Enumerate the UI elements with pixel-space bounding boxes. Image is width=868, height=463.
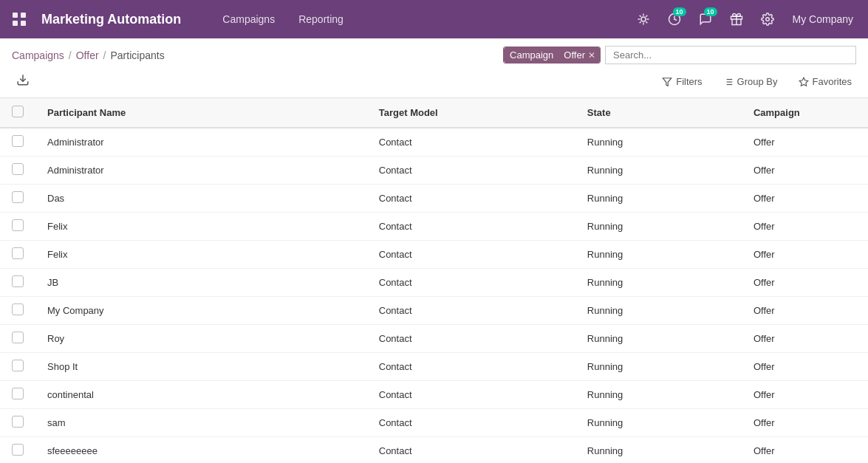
nav-reporting[interactable]: Reporting	[287, 7, 355, 31]
row-checkbox-cell	[0, 213, 35, 241]
cell-state: Running	[575, 409, 742, 437]
nav-campaigns[interactable]: Campaigns	[211, 7, 287, 31]
row-checkbox[interactable]	[12, 191, 24, 203]
svg-rect-0	[13, 13, 18, 18]
breadcrumb-sep-1: /	[69, 49, 72, 61]
grid-menu-icon[interactable]	[9, 9, 30, 30]
cell-state: Running	[575, 241, 742, 269]
cell-participant-name: continental	[35, 381, 367, 409]
row-checkbox[interactable]	[12, 219, 24, 231]
top-nav: Campaigns Reporting	[211, 7, 355, 31]
breadcrumb-participants: Participants	[110, 49, 164, 61]
search-input[interactable]	[605, 46, 856, 64]
row-checkbox[interactable]	[12, 303, 24, 315]
header-state[interactable]: State	[575, 98, 742, 128]
row-checkbox[interactable]	[12, 360, 24, 371]
cell-participant-name: Administrator	[35, 128, 367, 157]
cell-participant-name: Felix	[35, 241, 367, 269]
cell-state: Running	[575, 437, 742, 464]
chat-badge: 10	[704, 7, 717, 16]
row-checkbox-cell	[0, 128, 35, 157]
cell-state: Running	[575, 157, 742, 185]
cell-campaign: Offer	[742, 353, 868, 381]
table-row: Administrator Contact Running Offer	[0, 128, 868, 157]
row-checkbox[interactable]	[12, 416, 24, 428]
cell-target-model: Contact	[367, 437, 575, 464]
cell-campaign: Offer	[742, 409, 868, 437]
row-checkbox[interactable]	[12, 332, 24, 343]
chat-icon-button[interactable]: 10	[694, 7, 717, 31]
bug-icon-button[interactable]	[632, 7, 655, 31]
cell-participant-name: sfeeeeeeee	[35, 437, 367, 464]
search-tag-close-icon[interactable]: ✕	[588, 50, 595, 61]
cell-target-model: Contact	[367, 157, 575, 185]
table-row: JB Contact Running Offer	[0, 269, 868, 297]
cell-campaign: Offer	[742, 157, 868, 185]
toolbar-right: Filters Group By Favorites	[657, 73, 856, 90]
row-checkbox-cell	[0, 297, 35, 325]
cell-participant-name: JB	[35, 269, 367, 297]
topbar-icons: 10 10 My Company	[632, 7, 859, 31]
company-name[interactable]: My Company	[787, 13, 859, 25]
row-checkbox[interactable]	[12, 444, 24, 456]
participants-table: Participant Name Target Model State Camp…	[0, 98, 868, 463]
svg-rect-1	[21, 13, 26, 18]
cell-campaign: Offer	[742, 437, 868, 464]
cell-campaign: Offer	[742, 325, 868, 353]
favorites-label: Favorites	[813, 76, 852, 87]
row-checkbox[interactable]	[12, 388, 24, 399]
svg-rect-3	[21, 21, 26, 26]
cell-target-model: Contact	[367, 128, 575, 157]
cell-state: Running	[575, 325, 742, 353]
table-row: sam Contact Running Offer	[0, 409, 868, 437]
breadcrumb-offer[interactable]: Offer	[76, 49, 99, 61]
header-target-model[interactable]: Target Model	[367, 98, 575, 128]
app-title: Marketing Automation	[41, 12, 181, 27]
header-checkbox-cell	[0, 98, 35, 128]
cell-target-model: Contact	[367, 297, 575, 325]
row-checkbox[interactable]	[12, 163, 24, 175]
search-tag-offer: Offer ✕	[559, 47, 600, 63]
cell-participant-name: Shop It	[35, 353, 367, 381]
groupby-button[interactable]: Group By	[719, 73, 782, 90]
row-checkbox[interactable]	[12, 247, 24, 259]
topbar: Marketing Automation Campaigns Reporting…	[0, 0, 868, 38]
row-checkbox[interactable]	[12, 135, 24, 147]
cell-target-model: Contact	[367, 353, 575, 381]
gift-icon-button[interactable]	[725, 7, 748, 31]
row-checkbox-cell	[0, 409, 35, 437]
header-campaign[interactable]: Campaign	[742, 98, 868, 128]
toolbar-left	[12, 72, 34, 92]
cell-state: Running	[575, 353, 742, 381]
header-participant-name[interactable]: Participant Name	[35, 98, 367, 128]
search-tag-wrapper: Campaign Offer ✕	[503, 47, 601, 64]
cell-state: Running	[575, 297, 742, 325]
cell-target-model: Contact	[367, 409, 575, 437]
svg-point-8	[765, 18, 769, 21]
download-button[interactable]	[12, 72, 34, 92]
cell-target-model: Contact	[367, 241, 575, 269]
filters-label: Filters	[676, 76, 702, 87]
table-row: Felix Contact Running Offer	[0, 241, 868, 269]
cell-state: Running	[575, 128, 742, 157]
favorites-button[interactable]: Favorites	[794, 73, 856, 90]
cell-campaign: Offer	[742, 269, 868, 297]
breadcrumb-search-bar: Campaigns / Offer / Participants Campaig…	[0, 38, 868, 69]
cell-campaign: Offer	[742, 297, 868, 325]
cell-state: Running	[575, 185, 742, 213]
clock-icon-button[interactable]: 10	[663, 7, 686, 31]
breadcrumb-campaigns[interactable]: Campaigns	[12, 49, 64, 61]
row-checkbox-cell	[0, 157, 35, 185]
filters-button[interactable]: Filters	[657, 73, 706, 90]
select-all-checkbox[interactable]	[12, 106, 24, 117]
cell-campaign: Offer	[742, 241, 868, 269]
cell-campaign: Offer	[742, 381, 868, 409]
table-row: Das Contact Running Offer	[0, 185, 868, 213]
cell-target-model: Contact	[367, 185, 575, 213]
row-checkbox[interactable]	[12, 275, 24, 287]
cell-campaign: Offer	[742, 213, 868, 241]
cell-participant-name: Das	[35, 185, 367, 213]
cell-participant-name: Felix	[35, 213, 367, 241]
settings-icon-button[interactable]	[756, 7, 779, 31]
cell-campaign: Offer	[742, 128, 868, 157]
